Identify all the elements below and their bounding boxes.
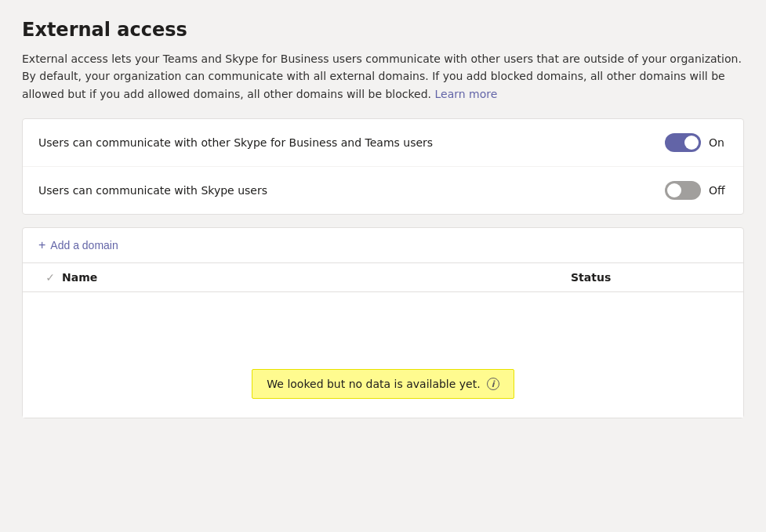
description-text: External access lets your Teams and Skyp… (22, 52, 742, 100)
settings-card: Users can communicate with other Skype f… (22, 118, 744, 215)
add-domain-label: Add a domain (50, 239, 118, 252)
domain-section: + Add a domain ✓ Name Status We looked b… (22, 227, 744, 418)
toggle-container-skype-users: Off (665, 181, 728, 200)
table-select-all-icon[interactable]: ✓ (38, 271, 62, 284)
toggle-container-skype-business: On (665, 133, 728, 152)
toggle-status-skype-users: Off (709, 184, 728, 197)
add-domain-button[interactable]: + Add a domain (38, 239, 118, 252)
page-description: External access lets your Teams and Skyp… (22, 50, 743, 103)
empty-state-text: We looked but no data is available yet. (267, 378, 480, 390)
plus-icon: + (38, 239, 45, 252)
learn-more-link[interactable]: Learn more (435, 88, 498, 100)
column-header-name: Name (62, 271, 571, 284)
empty-state-banner: We looked but no data is available yet. … (252, 369, 514, 399)
setting-row-skype-users: Users can communicate with Skype users O… (23, 167, 743, 214)
setting-label-skype-users: Users can communicate with Skype users (38, 184, 665, 197)
page-container: External access External access lets you… (0, 0, 766, 532)
checkmark-icon: ✓ (45, 271, 55, 284)
toggle-skype-users[interactable] (665, 181, 701, 200)
toggle-status-skype-business: On (709, 136, 728, 149)
add-domain-bar: + Add a domain (23, 228, 743, 263)
setting-row-skype-business: Users can communicate with other Skype f… (23, 119, 743, 167)
setting-label-skype-business: Users can communicate with other Skype f… (38, 136, 665, 149)
info-icon: i (487, 378, 499, 390)
page-title: External access (22, 19, 744, 41)
toggle-thumb-skype-users (667, 183, 681, 197)
table-header: ✓ Name Status (23, 263, 743, 292)
toggle-thumb-skype-business (684, 136, 699, 150)
table-body-empty: We looked but no data is available yet. … (23, 292, 743, 418)
column-header-status: Status (571, 271, 728, 284)
toggle-skype-business[interactable] (665, 133, 701, 152)
domains-table: ✓ Name Status We looked but no data is a… (23, 263, 743, 418)
